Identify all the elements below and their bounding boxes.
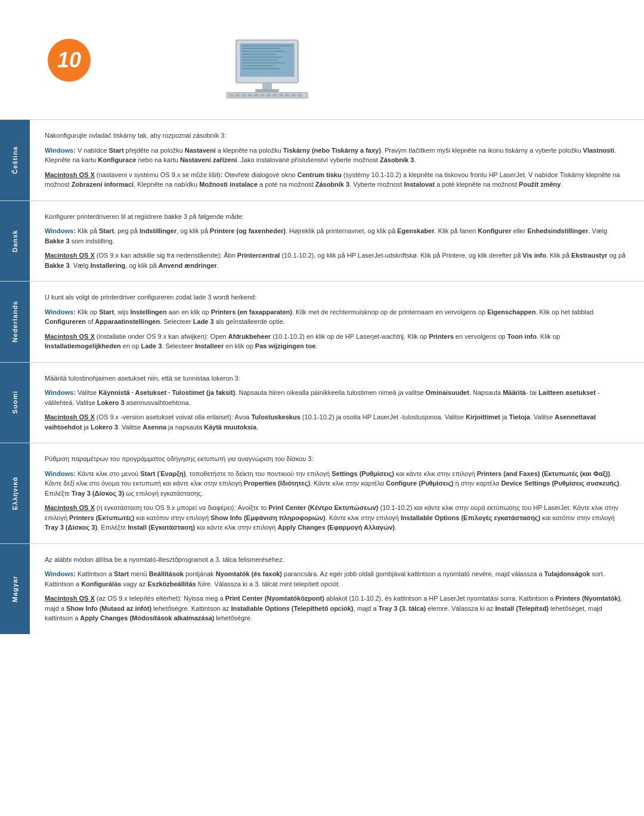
language-label-ellinika: Ελληνικά	[11, 477, 18, 510]
content-nederlands: U kunt als volgt de printerdriver config…	[30, 282, 644, 362]
svg-rect-12	[255, 89, 279, 92]
sidebar-suomi: Suomi	[0, 363, 30, 443]
svg-rect-3	[242, 48, 280, 50]
top-section: 10	[0, 24, 644, 119]
language-label-magyar: Magyar	[11, 576, 18, 602]
mac-label-magyar: Macintosh OS X	[45, 595, 95, 602]
windows-body-nederlands: Klik op Start, wijs Instellingen aan en …	[45, 308, 593, 326]
windows-cestina: Windows: V nabídce Start přejděte na pol…	[45, 146, 626, 165]
content-cestina: Nakonfigurujte ovladač tiskárny tak, aby…	[30, 120, 644, 200]
svg-rect-9	[242, 65, 273, 66]
svg-rect-25	[297, 94, 302, 97]
intro-nederlands: U kunt als volgt de printerdriver config…	[45, 292, 626, 302]
section-dansk: Dansk Konfigurer printerdriveren til at …	[0, 200, 644, 282]
sidebar-cestina: Čeština	[0, 120, 30, 200]
windows-body-ellinika: Κάντε κλικ στο μενού Start (Έναρξη), τοπ…	[45, 470, 621, 497]
svg-rect-11	[262, 83, 272, 90]
mac-subtext-suomi: (OS 9.x -version asetukset voivat olla e…	[95, 413, 233, 421]
page-container: 10	[0, 0, 644, 816]
sidebar-ellinika: Ελληνικά	[0, 443, 30, 543]
svg-rect-8	[242, 63, 285, 64]
svg-rect-21	[273, 94, 277, 97]
intro-dansk: Konfigurer printerdriveren til at regist…	[45, 212, 626, 222]
windows-dansk: Windows: Klik på Start, peg på Indstilli…	[45, 226, 626, 246]
svg-rect-17	[247, 94, 252, 97]
svg-rect-23	[285, 94, 290, 97]
svg-rect-7	[242, 60, 278, 61]
content-dansk: Konfigurer printerdriveren til at regist…	[30, 201, 644, 282]
intro-ellinika: Ρύθμιση παραμέτρων του προγράμματος οδήγ…	[45, 454, 626, 464]
mac-suomi: Macintosh OS X (OS 9.x -version asetukse…	[45, 412, 626, 432]
windows-suomi: Windows: Valitse Käynnistä · Asetukset ·…	[45, 388, 626, 407]
mac-subtext-ellinika: (η εγκατάσταση του OS 9.x μπορεί να διαφ…	[95, 504, 236, 511]
windows-body-suomi: Valitse Käynnistä · Asetukset · Tulostim…	[45, 389, 600, 406]
mac-ellinika: Macintosh OS X (η εγκατάσταση του OS 9.x…	[45, 503, 626, 533]
mac-magyar: Macintosh OS X (az OS 9.x telepítés elté…	[45, 594, 626, 623]
svg-rect-24	[291, 94, 296, 97]
mac-nederlands: Macintosh OS X (installatie onder OS 9.x…	[45, 332, 626, 351]
language-label-cestina: Čeština	[11, 146, 18, 174]
sidebar-nederlands: Nederlands	[0, 282, 30, 362]
printer-image	[222, 36, 317, 101]
mac-subtext-dansk: (OS 9.x kan adskille sig fra nedenståend…	[95, 252, 222, 259]
windows-body-magyar: Kattintson a Start menü Beállítások pont…	[45, 570, 605, 588]
section-suomi: Suomi Määritä tulostinohjaimen asetukset…	[0, 362, 644, 443]
mac-label-nederlands: Macintosh OS X	[45, 333, 95, 340]
mac-label-suomi: Macintosh OS X	[45, 413, 95, 421]
windows-label-dansk: Windows:	[45, 227, 76, 234]
language-label-dansk: Dansk	[11, 230, 18, 252]
mac-cestina: Macintosh OS X (nastavení v systému OS 9…	[45, 170, 626, 190]
sidebar-dansk: Dansk	[0, 201, 30, 282]
windows-body-dansk: Klik på Start, peg på Indstillinger, og …	[45, 227, 607, 245]
svg-rect-15	[235, 94, 240, 97]
mac-label-cestina: Macintosh OS X	[45, 171, 95, 178]
mac-subtext-nederlands: (installatie onder OS 9.x kan afwijken):	[95, 333, 209, 340]
svg-rect-20	[266, 94, 271, 97]
windows-label-magyar: Windows:	[45, 570, 76, 577]
step-number-badge: 10	[48, 39, 91, 82]
windows-label-suomi: Windows:	[45, 389, 76, 396]
svg-rect-18	[254, 94, 259, 97]
language-label-suomi: Suomi	[11, 391, 18, 414]
svg-rect-2	[242, 45, 293, 47]
mac-label-ellinika: Macintosh OS X	[45, 504, 95, 511]
content-suomi: Määritä tulostinohjaimen asetukset niin,…	[30, 363, 644, 443]
intro-cestina: Nakonfigurujte ovladač tiskárny tak, aby…	[45, 131, 626, 141]
intro-magyar: Az alábbi módon állítsa be a nyomtató-il…	[45, 555, 626, 565]
section-magyar: Magyar Az alábbi módon állítsa be a nyom…	[0, 543, 644, 634]
mac-label-dansk: Macintosh OS X	[45, 252, 95, 259]
windows-body-cestina: V nabídce Start přejděte na položku Nast…	[45, 147, 616, 164]
windows-nederlands: Windows: Klik op Start, wijs Instellinge…	[45, 307, 626, 327]
content-ellinika: Ρύθμιση παραμέτρων του προγράμματος οδήγ…	[30, 443, 644, 543]
windows-label-nederlands: Windows:	[45, 308, 76, 316]
printer-illustration-svg	[222, 36, 317, 101]
windows-label-cestina: Windows:	[45, 147, 76, 154]
svg-rect-4	[242, 51, 285, 52]
mac-dansk: Macintosh OS X (OS 9.x kan adskille sig …	[45, 251, 626, 270]
svg-rect-22	[278, 94, 283, 97]
windows-label-ellinika: Windows:	[45, 470, 76, 477]
svg-rect-6	[242, 57, 283, 58]
svg-rect-19	[260, 94, 265, 97]
content-sections: Čeština Nakonfigurujte ovladač tiskárny …	[0, 119, 644, 634]
mac-subtext-magyar: (az OS 9.x telepítés eltérhet):	[95, 595, 182, 602]
intro-suomi: Määritä tulostinohjaimen asetukset niin,…	[45, 373, 626, 384]
language-label-nederlands: Nederlands	[11, 301, 18, 342]
section-nederlands: Nederlands U kunt als volgt de printerdr…	[0, 281, 644, 362]
sidebar-magyar: Magyar	[0, 544, 30, 634]
windows-magyar: Windows: Kattintson a Start menü Beállít…	[45, 569, 626, 589]
step-number: 10	[57, 48, 81, 73]
section-cestina: Čeština Nakonfigurujte ovladač tiskárny …	[0, 119, 644, 200]
mac-subtext-cestina: (nastavení v systému OS 9.x se může liši…	[95, 171, 223, 178]
windows-ellinika: Windows: Κάντε κλικ στο μενού Start (Ένα…	[45, 469, 626, 499]
section-ellinika: Ελληνικά Ρύθμιση παραμέτρων του προγράμμ…	[0, 443, 644, 543]
svg-rect-10	[242, 68, 280, 69]
svg-rect-5	[242, 54, 275, 55]
content-magyar: Az alábbi módon állítsa be a nyomtató-il…	[30, 544, 644, 634]
svg-rect-16	[242, 94, 246, 97]
svg-rect-14	[229, 94, 234, 97]
